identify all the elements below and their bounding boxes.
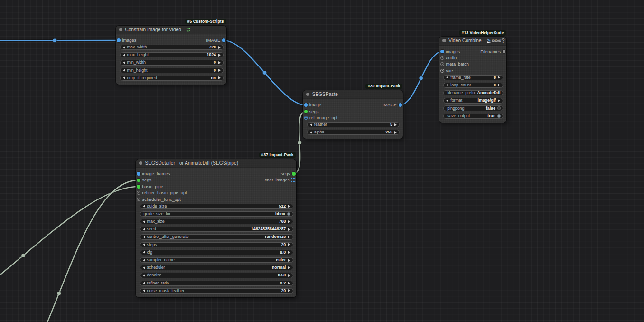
widget-scheduler[interactable]: schedulernormal xyxy=(140,265,293,270)
decrement-arrow-icon[interactable] xyxy=(143,289,145,292)
increment-arrow-icon[interactable] xyxy=(218,54,221,57)
decrement-arrow-icon[interactable] xyxy=(143,266,145,269)
increment-arrow-icon[interactable] xyxy=(394,123,397,126)
node-title-bar[interactable]: SEGSDetailer For AnimateDiff (SEGS/pipe) xyxy=(136,159,297,168)
toggle-dot[interactable] xyxy=(497,106,501,110)
input-slot-basic_pipe[interactable]: basic_pipe xyxy=(137,184,165,189)
widget-filename_prefix[interactable]: filename_prefixAnimateDiff xyxy=(443,90,503,95)
input-slot-image[interactable]: image xyxy=(304,102,323,108)
toggle-dot[interactable] xyxy=(497,114,501,118)
decrement-arrow-icon[interactable] xyxy=(143,236,145,238)
widget-sampler_name[interactable]: sampler_nameeuler xyxy=(140,257,293,263)
increment-arrow-icon[interactable] xyxy=(288,243,290,246)
widget-noise_mask_feather[interactable]: noise_mask_feather20 xyxy=(140,288,293,294)
widget-max_height[interactable]: max_height1024 xyxy=(120,52,224,57)
input-slot-segs[interactable]: segs xyxy=(137,177,153,183)
input-port-segs[interactable] xyxy=(304,110,308,114)
decrement-arrow-icon[interactable] xyxy=(123,69,125,72)
node-video-combine[interactable]: #13 VideoHelperSuiteVideo CombineVHS?ima… xyxy=(439,37,506,123)
collapse-dot[interactable] xyxy=(442,39,446,42)
increment-arrow-icon[interactable] xyxy=(498,99,500,102)
output-slot-segs[interactable]: segs xyxy=(279,171,295,177)
widget-denoise[interactable]: denoise0.50 xyxy=(140,273,293,278)
output-port-cnet_images[interactable] xyxy=(291,178,296,182)
input-port-refiner_basic_pipe_opt[interactable] xyxy=(137,191,140,195)
input-port-meta_batch[interactable] xyxy=(440,62,444,66)
widget-steps[interactable]: steps20 xyxy=(140,242,293,247)
decrement-arrow-icon[interactable] xyxy=(143,220,145,223)
decrement-arrow-icon[interactable] xyxy=(143,282,145,284)
increment-arrow-icon[interactable] xyxy=(394,131,397,134)
widget-guide_size[interactable]: guide_size512 xyxy=(140,204,293,209)
increment-arrow-icon[interactable] xyxy=(288,266,290,269)
increment-arrow-icon[interactable] xyxy=(218,46,221,49)
input-port-scheduler_func_opt[interactable] xyxy=(137,198,140,201)
increment-arrow-icon[interactable] xyxy=(288,205,290,208)
node-constrain-image-for-video[interactable]: #5 Custom-ScriptsConstrain Image for Vid… xyxy=(116,26,227,85)
decrement-arrow-icon[interactable] xyxy=(446,76,448,79)
collapse-dot[interactable] xyxy=(139,161,142,165)
output-port-IMAGE[interactable] xyxy=(399,103,402,107)
increment-arrow-icon[interactable] xyxy=(288,236,290,238)
decrement-arrow-icon[interactable] xyxy=(446,84,448,86)
widget-max_size[interactable]: max_size768 xyxy=(140,219,293,224)
decrement-arrow-icon[interactable] xyxy=(143,274,145,277)
decrement-arrow-icon[interactable] xyxy=(123,54,125,57)
widget-cfg[interactable]: cfg8.0 xyxy=(140,250,293,255)
widget-max_width[interactable]: max_width720 xyxy=(120,45,224,50)
widget-crop_if_required[interactable]: crop_if_requiredno xyxy=(120,76,224,81)
link-0[interactable] xyxy=(0,40,119,41)
decrement-arrow-icon[interactable] xyxy=(123,76,125,79)
widget-guide_size_for[interactable]: guide_size_forbbox xyxy=(140,211,293,217)
widget-format[interactable]: formatimage/gif xyxy=(443,98,503,103)
node-title-bar[interactable]: Video CombineVHS? xyxy=(439,37,506,45)
link-5[interactable] xyxy=(0,180,139,322)
input-port-image_frames[interactable] xyxy=(137,172,140,176)
widget-control_after_generate[interactable]: control_after_generaterandomize xyxy=(140,234,293,239)
increment-arrow-icon[interactable] xyxy=(218,69,221,72)
decrement-arrow-icon[interactable] xyxy=(310,123,312,126)
output-slot-IMAGE[interactable]: IMAGE xyxy=(381,102,402,108)
widget-min_width[interactable]: min_width0 xyxy=(120,60,224,65)
widget-refiner_ratio[interactable]: refiner_ratio0.2 xyxy=(140,281,293,286)
input-port-basic_pipe[interactable] xyxy=(137,185,140,189)
decrement-arrow-icon[interactable] xyxy=(143,259,145,262)
decrement-arrow-icon[interactable] xyxy=(143,251,145,254)
widget-feather[interactable]: feather5 xyxy=(307,122,400,127)
output-port-Filenames[interactable] xyxy=(503,50,506,53)
input-slot-audio[interactable]: audio xyxy=(440,55,458,61)
input-port-images[interactable] xyxy=(440,50,444,54)
input-slot-meta_batch[interactable]: meta_batch xyxy=(440,61,470,67)
input-port-segs[interactable] xyxy=(137,179,140,182)
input-slot-refiner_basic_pipe_opt[interactable]: refiner_basic_pipe_opt xyxy=(137,190,188,196)
link-4[interactable] xyxy=(0,187,139,322)
output-slot-IMAGE[interactable]: IMAGE xyxy=(205,38,226,43)
input-port-images[interactable] xyxy=(117,38,121,42)
increment-arrow-icon[interactable] xyxy=(498,76,500,79)
input-slot-ref_image_opt[interactable]: ref_image_opt xyxy=(304,115,339,121)
input-slot-vae[interactable]: vae xyxy=(440,68,455,74)
decrement-arrow-icon[interactable] xyxy=(123,61,125,64)
input-port-image[interactable] xyxy=(304,103,308,107)
node-segsdetailer-for-animatediff-segs-pipe[interactable]: #37 Impact-PackSEGSDetailer For AnimateD… xyxy=(136,159,297,298)
widget-seed[interactable]: seed146248358446287 xyxy=(140,227,293,232)
collapse-dot[interactable] xyxy=(119,28,122,31)
widget-loop_count[interactable]: loop_count0 xyxy=(443,83,503,88)
widget-frame_rate[interactable]: frame_rate8 xyxy=(443,75,503,80)
increment-arrow-icon[interactable] xyxy=(218,76,221,79)
input-slot-images[interactable]: images xyxy=(117,38,138,43)
link-2[interactable] xyxy=(400,52,442,105)
decrement-arrow-icon[interactable] xyxy=(123,46,125,49)
graph-canvas[interactable]: #5 Custom-ScriptsConstrain Image for Vid… xyxy=(0,0,644,322)
increment-arrow-icon[interactable] xyxy=(288,259,290,262)
toggle-dot[interactable] xyxy=(287,212,290,216)
help-icon[interactable]: ? xyxy=(501,38,505,44)
increment-arrow-icon[interactable] xyxy=(288,282,290,284)
increment-arrow-icon[interactable] xyxy=(288,289,290,292)
output-slot-cnet_images[interactable]: cnet_images xyxy=(263,177,295,183)
increment-arrow-icon[interactable] xyxy=(288,220,290,223)
increment-arrow-icon[interactable] xyxy=(288,274,290,277)
node-segspaste[interactable]: #39 Impact-PackSEGSPasteimagesegsref_ima… xyxy=(303,90,403,139)
increment-arrow-icon[interactable] xyxy=(498,84,500,86)
node-title-bar[interactable]: Constrain Image for Video xyxy=(116,26,227,34)
